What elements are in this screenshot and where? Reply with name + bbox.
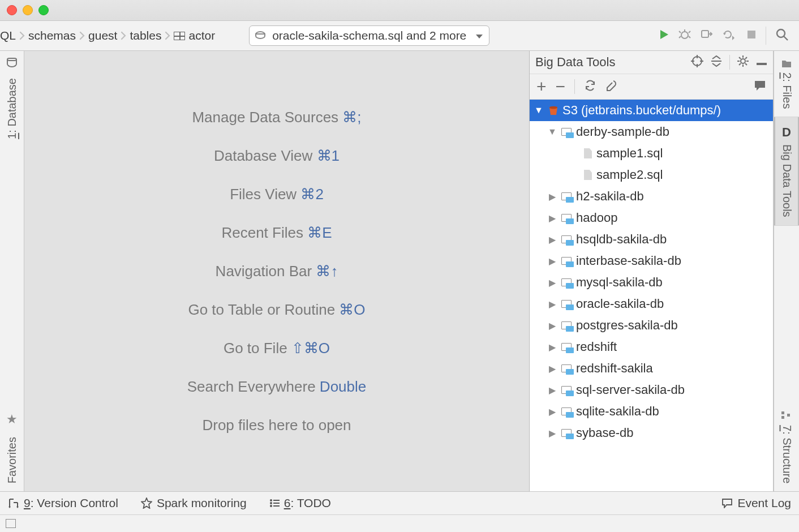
tree-node-folder[interactable]: ▶sqlite-sakila-db	[530, 401, 773, 422]
ide-window: QL schemas guest tables actor oracle-sak…	[0, 0, 799, 532]
tree-node-folder[interactable]: ▶postgres-sakila-db	[530, 315, 773, 336]
folder-icon	[561, 192, 572, 200]
window-close-icon[interactable]	[7, 5, 17, 15]
tree-node-folder[interactable]: ▼derby-sample-db	[530, 121, 773, 143]
gear-icon[interactable]	[737, 55, 749, 70]
stop-icon[interactable]	[746, 29, 757, 42]
chevron-right-icon: ▶	[548, 385, 557, 396]
right-rail-tab-big-data[interactable]: D Big Data Tools	[774, 117, 799, 226]
svg-rect-10	[787, 414, 790, 417]
comment-icon[interactable]	[754, 80, 766, 93]
status-event-log[interactable]: Event Log	[721, 496, 791, 510]
tree-node-folder[interactable]: ▶oracle-sakila-db	[530, 293, 773, 315]
status-vcs[interactable]: 9: Version Control	[8, 496, 118, 510]
refresh-icon[interactable]	[584, 79, 596, 94]
rerun-icon[interactable]	[721, 28, 737, 44]
left-rail-tab-favorites[interactable]: Favorites	[6, 437, 19, 483]
folder-icon	[561, 128, 572, 136]
left-rail-tab-database[interactable]: 1: Database	[6, 78, 19, 139]
left-tool-rail: 1: Database ★ Favorites	[0, 51, 24, 491]
file-icon	[584, 170, 592, 180]
right-rail-tab-structure[interactable]: 7: Structure	[774, 404, 799, 491]
database-icon	[255, 31, 267, 40]
main-body: 1: Database ★ Favorites Manage Data Sour…	[0, 51, 799, 491]
minimize-icon[interactable]	[756, 55, 767, 69]
hint-shortcut: ⇧⌘O	[291, 340, 330, 357]
svg-point-3	[777, 29, 785, 37]
tree-node-root[interactable]: ▼S3 (jetbrains.bucket/dumps/)	[530, 100, 773, 121]
tree-node-folder[interactable]: ▶redshift	[530, 336, 773, 358]
hint-shortcut: ⌘2	[300, 186, 323, 203]
window-footer	[0, 514, 799, 532]
separator	[766, 27, 766, 45]
breadcrumb-item[interactable]: QL	[0, 29, 16, 42]
chevron-right-icon: ▶	[548, 363, 557, 374]
right-rail-tab-files[interactable]: 2: Files	[774, 51, 799, 117]
debug-icon[interactable]	[678, 28, 691, 44]
tree-node-folder[interactable]: ▶sql-server-sakila-db	[530, 379, 773, 401]
attach-icon[interactable]	[700, 28, 712, 44]
hint-shortcut: Double	[320, 378, 366, 395]
s3-tree[interactable]: ▼S3 (jetbrains.bucket/dumps/)▼derby-samp…	[530, 100, 773, 491]
chevron-right-icon	[78, 31, 86, 41]
chevron-right-icon: ▶	[548, 277, 557, 288]
tree-node-folder[interactable]: ▶mysql-sakila-db	[530, 272, 773, 293]
tree-node-file[interactable]: sample2.sql	[530, 164, 773, 186]
svg-point-13	[270, 505, 272, 507]
svg-rect-6	[757, 63, 767, 65]
breadcrumb-item[interactable]: tables	[130, 29, 161, 42]
hint-label: Go to Table or Routine	[188, 301, 335, 318]
folder-icon	[561, 386, 572, 394]
target-icon[interactable]	[691, 55, 703, 70]
tree-node-folder[interactable]: ▶interbase-sakila-db	[530, 250, 773, 272]
breadcrumb-item[interactable]: guest	[88, 29, 117, 42]
star-outline-icon	[141, 497, 152, 509]
folder-icon	[561, 235, 572, 243]
window-zoom-icon[interactable]	[38, 5, 49, 15]
hint-shortcut: ⌘E	[307, 224, 332, 241]
status-todo[interactable]: 6: TODO	[269, 496, 331, 510]
status-spark[interactable]: Spark monitoring	[141, 496, 247, 510]
run-configuration-dropdown[interactable]: oracle-sakila-schema.sql and 2 more	[249, 25, 489, 46]
folder-icon	[561, 257, 572, 265]
folder-icon	[561, 407, 572, 415]
hint-label: Drop files here to open	[202, 417, 351, 434]
breadcrumb: QL schemas guest tables actor	[0, 29, 215, 42]
hint-shortcut: ⌘;	[342, 109, 361, 126]
breadcrumb-item[interactable]: schemas	[28, 29, 76, 42]
hint-label: Database View	[214, 147, 312, 164]
chevron-right-icon: ▶	[548, 406, 557, 417]
folder-icon	[561, 300, 572, 308]
folder-icon	[561, 429, 572, 437]
svg-point-7	[549, 106, 557, 109]
chevron-right-icon: ▶	[548, 256, 557, 267]
breadcrumb-item[interactable]: actor	[188, 29, 215, 42]
hint-label: Recent Files	[221, 224, 303, 241]
tool-windows-icon[interactable]	[6, 519, 16, 528]
branch-icon	[8, 498, 19, 508]
tree-node-folder[interactable]: ▶h2-sakila-db	[530, 186, 773, 207]
window-minimize-icon[interactable]	[23, 5, 33, 15]
chevron-right-icon: ▶	[548, 299, 557, 310]
tree-node-folder[interactable]: ▶redshift-sakila	[530, 358, 773, 379]
svg-rect-16	[273, 505, 280, 507]
run-config-label: oracle-sakila-schema.sql and 2 more	[272, 29, 466, 42]
chevron-down-icon: ▼	[548, 127, 557, 137]
tree-node-folder[interactable]: ▶sybase-db	[530, 422, 773, 444]
tree-node-folder[interactable]: ▶hsqldb-sakila-db	[530, 229, 773, 250]
run-icon[interactable]	[658, 29, 669, 43]
chevron-down-icon: ▼	[534, 105, 543, 115]
collapse-icon[interactable]	[710, 55, 723, 70]
svg-rect-15	[273, 503, 280, 504]
chevron-right-icon: ▶	[548, 234, 557, 245]
chevron-right-icon: ▶	[548, 191, 557, 202]
wrench-icon[interactable]	[605, 79, 618, 94]
hint-shortcut: ⌘1	[317, 147, 340, 164]
tree-node-file[interactable]: sample1.sql	[530, 143, 773, 164]
svg-rect-1	[702, 31, 708, 37]
tree-node-folder[interactable]: ▶hadoop	[530, 207, 773, 229]
remove-icon[interactable]: −	[556, 81, 566, 92]
hint-shortcut: ⌘↑	[316, 263, 338, 280]
search-icon[interactable]	[775, 28, 789, 44]
add-icon[interactable]: +	[536, 81, 547, 92]
